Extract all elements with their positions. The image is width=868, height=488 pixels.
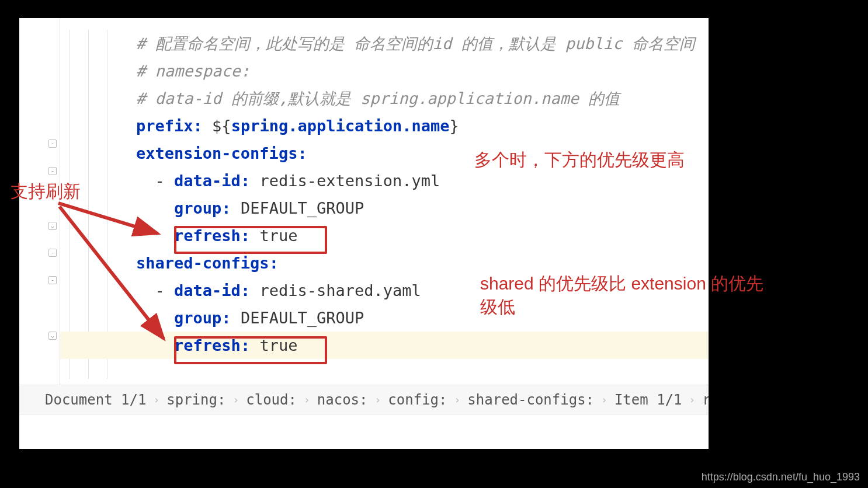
code-line: group: DEFAULT_GROUP xyxy=(60,194,709,222)
code-line: prefix: ${spring.application.name} xyxy=(60,112,709,140)
breadcrumb-item[interactable]: shared-configs: xyxy=(467,392,594,408)
breadcrumb-item[interactable]: spring: xyxy=(166,392,225,408)
annotation-right-top: 多个时，下方的优先级更高 xyxy=(474,148,685,172)
chevron-right-icon: › xyxy=(601,393,607,406)
breadcrumb[interactable]: Document 1/1 › spring: › cloud: › nacos:… xyxy=(19,385,709,414)
yaml-placeholder: spring.application.name xyxy=(231,117,450,135)
code-line: refresh: true xyxy=(60,222,709,249)
comment-text: # 配置命名空间，此处写的是 命名空间的id 的值，默认是 public 命名空… xyxy=(136,34,695,53)
fold-marker-icon[interactable]: - xyxy=(48,249,57,257)
chevron-right-icon: › xyxy=(689,393,696,406)
yaml-key: refresh xyxy=(174,336,241,354)
yaml-value: DEFAULT_GROUP xyxy=(241,309,364,327)
comment-text: # data-id 的前缀,默认就是 spring.application.na… xyxy=(136,89,620,107)
yaml-key: extension-configs xyxy=(136,144,297,162)
annotation-left: 支持刷新 xyxy=(11,180,81,203)
fold-marker-icon[interactable]: ⌄ xyxy=(48,222,57,230)
breadcrumb-item[interactable]: nacos: xyxy=(317,392,368,408)
watermark: https://blog.csdn.net/fu_huo_1993 xyxy=(702,471,860,483)
breadcrumb-item[interactable]: refresh: xyxy=(702,392,709,408)
code-line: # namespace: xyxy=(60,57,709,85)
code-line-highlighted: refresh: true xyxy=(60,332,709,359)
breadcrumb-item[interactable]: Document 1/1 xyxy=(45,392,146,408)
yaml-value: true xyxy=(259,336,297,354)
yaml-key: group xyxy=(174,199,221,217)
chevron-right-icon: › xyxy=(304,393,310,406)
fold-marker-icon[interactable]: ⌄ xyxy=(48,332,57,340)
breadcrumb-item[interactable]: config: xyxy=(388,392,447,408)
chevron-right-icon: › xyxy=(153,393,159,406)
editor-status-strip xyxy=(19,414,709,449)
breadcrumb-item[interactable]: cloud: xyxy=(246,392,297,408)
code-editor-panel: - - ⌄ - - ⌄ # 配置命名空间，此处写的是 命名空间的id 的值，默认… xyxy=(19,18,709,449)
yaml-key: prefix xyxy=(136,117,193,135)
comment-text: # namespace: xyxy=(136,62,250,80)
chevron-right-icon: › xyxy=(454,393,460,406)
chevron-right-icon: › xyxy=(232,393,239,406)
yaml-key: refresh xyxy=(174,226,241,245)
fold-marker-icon[interactable]: - xyxy=(48,140,57,148)
yaml-value: redis-extension.yml xyxy=(259,172,440,190)
code-area[interactable]: # 配置命名空间，此处写的是 命名空间的id 的值，默认是 public 命名空… xyxy=(60,18,709,379)
yaml-key: shared-configs xyxy=(136,254,269,272)
fold-marker-icon[interactable]: - xyxy=(48,167,57,175)
chevron-right-icon: › xyxy=(374,393,381,406)
yaml-key: data-id xyxy=(174,172,241,190)
fold-marker-icon[interactable]: - xyxy=(48,276,57,284)
yaml-value: DEFAULT_GROUP xyxy=(241,199,364,217)
yaml-key: data-id xyxy=(174,281,241,299)
code-line: # 配置命名空间，此处写的是 命名空间的id 的值，默认是 public 命名空… xyxy=(60,30,709,57)
yaml-value: true xyxy=(259,226,297,245)
yaml-key: group xyxy=(174,309,221,327)
yaml-value: redis-shared.yaml xyxy=(259,281,421,299)
annotation-right-bottom: shared 的优先级比 extension 的优先级低 xyxy=(480,272,772,319)
breadcrumb-item[interactable]: Item 1/1 xyxy=(614,392,682,408)
code-line: # data-id 的前缀,默认就是 spring.application.na… xyxy=(60,85,709,112)
